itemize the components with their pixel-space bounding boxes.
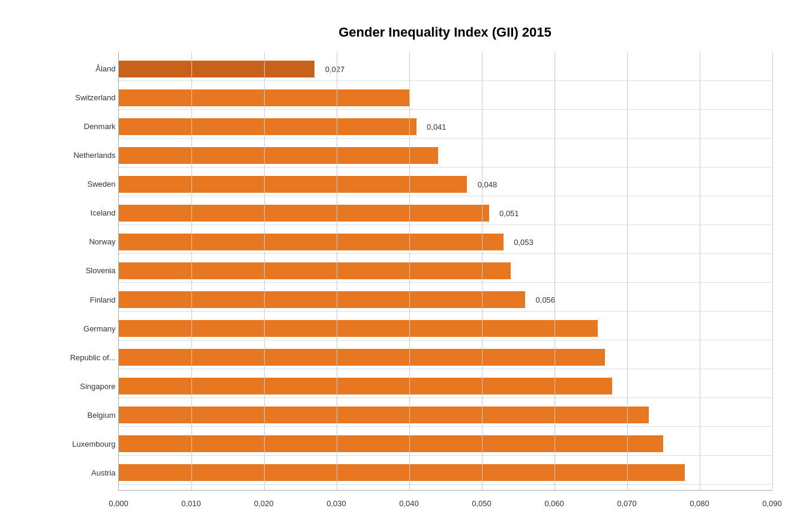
x-axis-label: 0,010	[181, 499, 201, 508]
grid-line	[700, 52, 700, 490]
grid-line	[409, 52, 410, 490]
x-axis-label: 0,070	[617, 499, 637, 508]
bar-row: Slovenia	[119, 259, 772, 282]
bar: 0,027	[119, 61, 315, 77]
bar-row: Netherlands	[119, 144, 772, 167]
bar-row: Åland0,027	[119, 58, 772, 80]
bar-row: Austria	[119, 461, 772, 484]
bar-label: Singapore	[23, 382, 116, 391]
bar-value-label: 0,056	[536, 295, 556, 304]
chart-area: Åland0,027SwitzerlandDenmark0,041Netherl…	[118, 52, 772, 491]
x-axis-label: 0,090	[762, 499, 782, 508]
bar-label: Belgium	[23, 411, 116, 420]
bar: 0,053	[119, 234, 504, 250]
bar-label: Switzerland	[23, 93, 116, 102]
chart-container: Gender Inequality Index (GII) 2015 Åland…	[16, 13, 796, 517]
bar: 0,056	[119, 291, 526, 308]
bar-value-label: 0,048	[478, 180, 498, 189]
bar-label: Finland	[23, 295, 116, 304]
bar	[119, 435, 664, 452]
grid-line	[772, 52, 773, 490]
bar-value-label: 0,041	[427, 122, 447, 131]
bar-row: Finland0,056	[119, 288, 772, 311]
grid-line	[264, 52, 265, 490]
bar-row: Belgium	[119, 404, 772, 426]
bar-row: Germany	[119, 317, 772, 340]
bar-row: Sweden0,048	[119, 173, 772, 196]
bar-label: Netherlands	[23, 151, 116, 160]
bar-label: Åland	[23, 64, 116, 73]
bar	[119, 320, 598, 337]
x-axis-label: 0,040	[399, 499, 419, 508]
bar-label: Norway	[23, 237, 116, 246]
bar-value-label: 0,053	[514, 237, 534, 246]
bar-label: Iceland	[23, 208, 116, 217]
bar: 0,051	[119, 205, 489, 222]
bar-label: Luxembourg	[23, 440, 116, 449]
x-axis-label: 0,030	[326, 499, 346, 508]
bar-row: Iceland0,051	[119, 202, 772, 225]
bar: 0,048	[119, 176, 468, 193]
x-axis-label: 0,000	[109, 499, 128, 508]
bar-label: Denmark	[23, 122, 116, 131]
grid-line	[555, 52, 555, 490]
bar-value-label: 0,051	[499, 208, 519, 217]
x-axis-label: 0,050	[472, 499, 492, 508]
bar-row: Norway0,053	[119, 231, 772, 253]
bar	[119, 262, 511, 279]
grid-line	[191, 52, 192, 490]
x-axis-label: 0,080	[690, 499, 709, 508]
bar-row: Denmark0,041	[119, 115, 772, 138]
bar: 0,041	[119, 118, 417, 135]
grid-line	[337, 52, 337, 490]
bar-row: Luxembourg	[119, 432, 772, 455]
chart-title: Gender Inequality Index (GII) 2015	[118, 25, 772, 40]
bar-label: Sweden	[23, 180, 116, 189]
bar-label: Germany	[23, 324, 116, 333]
bars-wrapper: Åland0,027SwitzerlandDenmark0,041Netherl…	[119, 52, 772, 490]
bar	[119, 147, 438, 164]
bar-value-label: 0,027	[325, 64, 345, 73]
bar-row: Switzerland	[119, 86, 772, 109]
bar-label: Slovenia	[23, 266, 116, 275]
bar	[119, 378, 613, 394]
bar	[119, 407, 649, 423]
bar-label: Austria	[23, 468, 116, 477]
bar-row: Republic of...	[119, 346, 772, 369]
x-axis-label: 0,020	[254, 499, 274, 508]
bar-label: Republic of...	[23, 353, 116, 362]
grid-line	[482, 52, 483, 490]
x-axis-label: 0,060	[544, 499, 564, 508]
bar-row: Singapore	[119, 375, 772, 398]
grid-line	[627, 52, 628, 490]
bar	[119, 464, 685, 481]
